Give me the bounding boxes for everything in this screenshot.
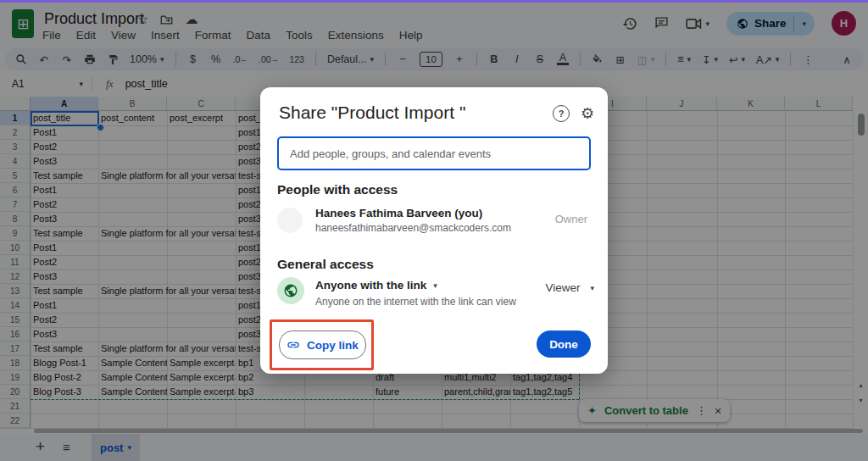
globe-icon (283, 283, 298, 298)
permission-dropdown[interactable]: Viewer ▾ (545, 281, 594, 294)
general-access-heading: General access (277, 257, 374, 272)
settings-gear-icon[interactable]: ⚙ (581, 104, 594, 123)
permission-dropdown-icon: ▾ (590, 284, 594, 292)
link-scope-label: Anyone with the link (315, 279, 426, 292)
help-icon[interactable]: ? (553, 105, 570, 122)
annotation-highlight-box (270, 319, 374, 370)
google-sheets-window: ⊞ Product Import ☆ ☁ FileEditViewInsertF… (0, 0, 868, 461)
window-accent-strip (0, 0, 868, 3)
owner-email: haneesfathimabarveen@smackcoders.com (315, 222, 511, 234)
add-people-input[interactable] (277, 136, 591, 170)
people-with-access-heading: People with access (277, 182, 398, 197)
scope-dropdown-icon: ▾ (433, 281, 437, 290)
link-scope-dropdown[interactable]: Anyone with the link ▾ (315, 279, 437, 292)
link-access-badge (277, 277, 304, 304)
owner-role: Owner (555, 213, 587, 225)
owner-name: Hanees Fathima Barveen (you) (315, 207, 482, 219)
done-button[interactable]: Done (537, 330, 591, 358)
owner-avatar (277, 208, 303, 233)
dialog-title: Share "Product Import " (279, 103, 465, 123)
permission-label: Viewer (545, 281, 580, 294)
link-caption: Anyone on the internet with the link can… (315, 296, 516, 308)
